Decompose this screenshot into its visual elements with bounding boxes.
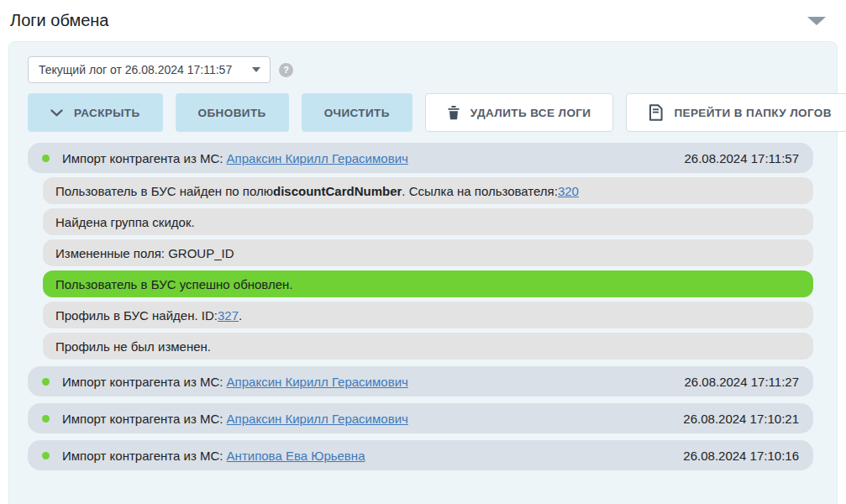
logs-panel: Текущий лог от 26.08.2024 17:11:57 ? РАС…: [8, 41, 838, 504]
text: Импорт контрагента из МС:: [62, 412, 227, 426]
delete-all-logs-label: УДАЛИТЬ ВСЕ ЛОГИ: [470, 107, 591, 119]
log-select-row: Текущий лог от 26.08.2024 17:11:57 ?: [28, 56, 813, 83]
refresh-button-label: ОБНОВИТЬ: [198, 107, 266, 119]
log-detail-row: Пользователь в БУС найден по полю discou…: [43, 177, 813, 204]
log-detail-row: Профиль в БУС найден. ID: 327.: [43, 302, 813, 328]
status-dot-icon: [42, 378, 50, 386]
clear-button[interactable]: ОЧИСТИТЬ: [302, 93, 412, 132]
text: Импорт контрагента из МС:: [62, 151, 227, 165]
collapse-panel-icon[interactable]: [807, 17, 826, 25]
text: Пользователь в БУС успешно обновлен.: [55, 277, 293, 291]
page-title: Логи обмена: [10, 11, 108, 30]
refresh-button[interactable]: ОБНОВИТЬ: [176, 93, 289, 132]
trash-icon: [448, 106, 460, 120]
bold-text: discountCardNumber: [273, 184, 402, 198]
text: Профиль не был изменен.: [55, 339, 211, 354]
entry-timestamp: 26.08.2024 17:11:27: [684, 375, 799, 389]
entry-timestamp: 26.08.2024 17:11:57: [684, 151, 799, 165]
chevron-down-icon: [252, 67, 260, 72]
page-header: Логи обмена: [0, 0, 846, 41]
delete-all-logs-button[interactable]: УДАЛИТЬ ВСЕ ЛОГИ: [425, 93, 614, 132]
status-dot-icon: [42, 452, 50, 459]
detail-link[interactable]: 320: [558, 184, 579, 198]
contractor-link[interactable]: Апраксин Кирилл Герасимович: [227, 412, 408, 426]
text: Пользователь в БУС найден по полю: [55, 184, 273, 198]
log-entry: Импорт контрагента из МС: Антипова Ева Ю…: [28, 440, 813, 470]
text: Импорт контрагента из МС:: [62, 375, 227, 389]
text: .: [239, 308, 242, 323]
entry-message: Импорт контрагента из МС: Апраксин Кирил…: [62, 375, 408, 389]
entry-timestamp: 26.08.2024 17:10:16: [683, 449, 799, 463]
goto-log-folder-label: ПЕРЕЙТИ В ПАПКУ ЛОГОВ: [674, 107, 831, 119]
text: Измененные поля: GROUP_ID: [55, 246, 234, 260]
log-detail-row: Измененные поля: GROUP_ID: [43, 239, 813, 266]
expand-button-label: РАСКРЫТЬ: [74, 107, 140, 119]
toolbar: РАСКРЫТЬ ОБНОВИТЬ ОЧИСТИТЬ УДАЛИТЬ ВСЕ Л…: [28, 93, 813, 132]
log-entry: Импорт контрагента из МС: Апраксин Кирил…: [28, 366, 813, 396]
entry-message: Импорт контрагента из МС: Антипова Ева Ю…: [62, 449, 365, 463]
log-entry: Импорт контрагента из МС: Апраксин Кирил…: [28, 143, 813, 360]
text: Профиль в БУС найден. ID:: [55, 308, 218, 323]
log-select-value: Текущий лог от 26.08.2024 17:11:57: [39, 63, 232, 76]
contractor-link[interactable]: Апраксин Кирилл Герасимович: [227, 151, 408, 165]
log-detail-row: Найдена группа скидок.: [43, 208, 813, 235]
entry-message: Импорт контрагента из МС: Апраксин Кирил…: [62, 151, 408, 165]
contractor-link[interactable]: Антипова Ева Юрьевна: [227, 449, 365, 463]
entry-message: Импорт контрагента из МС: Апраксин Кирил…: [62, 412, 408, 426]
contractor-link[interactable]: Апраксин Кирилл Герасимович: [227, 375, 408, 389]
chevron-down-icon: [50, 109, 63, 117]
log-detail-row: Профиль не был изменен.: [43, 333, 813, 360]
status-dot-icon: [42, 415, 50, 423]
entry-timestamp: 26.08.2024 17:10:21: [683, 412, 799, 426]
text: Найдена группа скидок.: [55, 215, 195, 229]
log-entry-row[interactable]: Импорт контрагента из МС: Антипова Ева Ю…: [28, 440, 813, 470]
text: . Ссылка на пользователя:: [402, 184, 558, 198]
log-entry-row[interactable]: Импорт контрагента из МС: Апраксин Кирил…: [28, 143, 813, 173]
status-dot-icon: [42, 155, 50, 162]
log-entry-row[interactable]: Импорт контрагента из МС: Апраксин Кирил…: [28, 403, 813, 433]
log-entry-row[interactable]: Импорт контрагента из МС: Апраксин Кирил…: [28, 366, 813, 396]
clear-button-label: ОЧИСТИТЬ: [324, 107, 390, 119]
log-entry: Импорт контрагента из МС: Апраксин Кирил…: [28, 403, 813, 433]
detail-link[interactable]: 327: [218, 308, 239, 323]
log-detail-row-success: Пользователь в БУС успешно обновлен.: [43, 270, 813, 297]
goto-log-folder-button[interactable]: ПЕРЕЙТИ В ПАПКУ ЛОГОВ: [626, 93, 846, 132]
expand-button[interactable]: РАСКРЫТЬ: [28, 93, 163, 132]
entry-details: Пользователь в БУС найден по полю discou…: [43, 177, 813, 360]
text: Импорт контрагента из МС:: [62, 449, 227, 463]
log-select[interactable]: Текущий лог от 26.08.2024 17:11:57: [28, 56, 271, 83]
log-entries: Импорт контрагента из МС: Апраксин Кирил…: [28, 143, 813, 470]
document-icon: [649, 104, 663, 121]
help-icon[interactable]: ?: [279, 63, 293, 77]
